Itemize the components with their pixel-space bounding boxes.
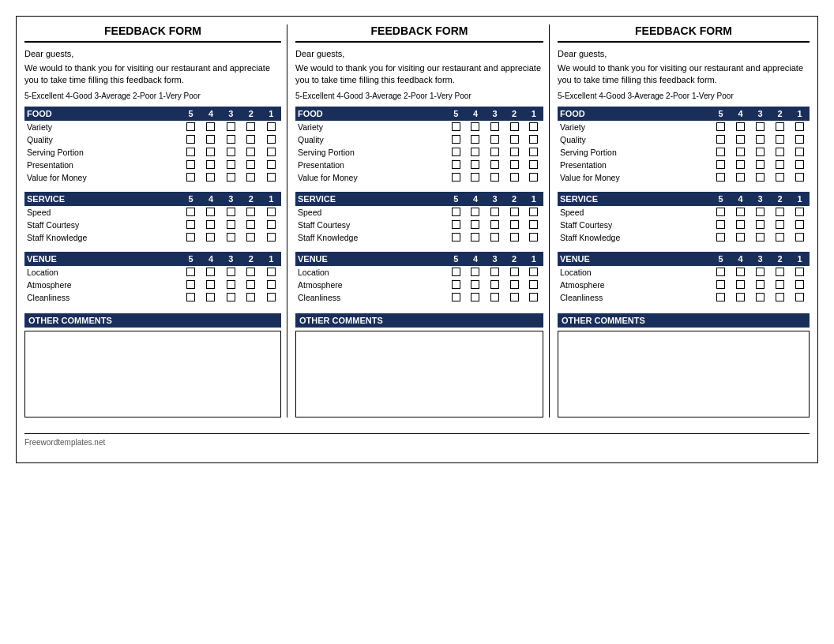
checkbox-cell[interactable] bbox=[524, 146, 543, 159]
checkbox[interactable] bbox=[490, 208, 499, 216]
checkbox-cell[interactable] bbox=[731, 266, 750, 279]
checkbox[interactable] bbox=[246, 268, 255, 276]
checkbox[interactable] bbox=[246, 233, 255, 242]
checkbox-cell[interactable] bbox=[221, 219, 241, 231]
checkbox[interactable] bbox=[246, 148, 255, 156]
checkbox-cell[interactable] bbox=[770, 206, 790, 219]
checkbox[interactable] bbox=[471, 122, 479, 131]
checkbox[interactable] bbox=[716, 293, 725, 301]
checkbox-cell[interactable] bbox=[181, 146, 201, 159]
checkbox-cell[interactable] bbox=[711, 133, 731, 146]
checkbox-cell[interactable] bbox=[505, 266, 524, 279]
checkbox[interactable] bbox=[510, 220, 519, 229]
checkbox-cell[interactable] bbox=[485, 231, 505, 244]
checkbox[interactable] bbox=[186, 160, 195, 169]
checkbox-cell[interactable] bbox=[485, 266, 505, 279]
checkbox-cell[interactable] bbox=[181, 266, 201, 279]
checkbox-cell[interactable] bbox=[261, 266, 282, 279]
checkbox[interactable] bbox=[227, 148, 235, 156]
checkbox-cell[interactable] bbox=[485, 291, 505, 304]
checkbox-cell[interactable] bbox=[711, 121, 731, 133]
checkbox[interactable] bbox=[529, 148, 538, 156]
checkbox[interactable] bbox=[471, 233, 479, 242]
checkbox-cell[interactable] bbox=[181, 291, 201, 304]
checkbox[interactable] bbox=[206, 122, 215, 131]
checkbox[interactable] bbox=[756, 173, 764, 182]
checkbox[interactable] bbox=[227, 160, 235, 169]
checkbox[interactable] bbox=[716, 160, 725, 169]
checkbox[interactable] bbox=[736, 268, 745, 276]
checkbox-cell[interactable] bbox=[241, 133, 261, 146]
checkbox[interactable] bbox=[716, 148, 725, 156]
checkbox-cell[interactable] bbox=[446, 133, 466, 146]
checkbox[interactable] bbox=[471, 208, 479, 216]
checkbox[interactable] bbox=[736, 173, 745, 182]
checkbox[interactable] bbox=[246, 122, 255, 131]
checkbox[interactable] bbox=[736, 148, 745, 156]
checkbox-cell[interactable] bbox=[770, 219, 790, 231]
checkbox[interactable] bbox=[776, 280, 784, 289]
checkbox[interactable] bbox=[206, 233, 215, 242]
checkbox[interactable] bbox=[490, 173, 499, 182]
checkbox[interactable] bbox=[510, 208, 519, 216]
checkbox[interactable] bbox=[452, 135, 460, 144]
checkbox[interactable] bbox=[795, 268, 804, 276]
checkbox-cell[interactable] bbox=[731, 206, 750, 219]
checkbox-cell[interactable] bbox=[446, 266, 466, 279]
checkbox[interactable] bbox=[452, 160, 460, 169]
checkbox-cell[interactable] bbox=[466, 133, 486, 146]
checkbox[interactable] bbox=[471, 220, 479, 229]
checkbox[interactable] bbox=[206, 135, 215, 144]
checkbox-cell[interactable] bbox=[505, 171, 524, 184]
checkbox-cell[interactable] bbox=[221, 146, 241, 159]
checkbox-cell[interactable] bbox=[505, 291, 524, 304]
checkbox-cell[interactable] bbox=[524, 206, 543, 219]
checkbox[interactable] bbox=[756, 135, 764, 144]
checkbox-cell[interactable] bbox=[750, 159, 770, 171]
checkbox[interactable] bbox=[186, 268, 195, 276]
checkbox-cell[interactable] bbox=[790, 219, 810, 231]
checkbox[interactable] bbox=[227, 220, 235, 229]
checkbox[interactable] bbox=[795, 280, 804, 289]
checkbox[interactable] bbox=[756, 280, 764, 289]
checkbox[interactable] bbox=[186, 280, 195, 289]
checkbox-cell[interactable] bbox=[221, 121, 241, 133]
checkbox[interactable] bbox=[510, 293, 519, 301]
checkbox[interactable] bbox=[452, 268, 460, 276]
checkbox-cell[interactable] bbox=[711, 146, 731, 159]
checkbox[interactable] bbox=[716, 220, 725, 229]
checkbox-cell[interactable] bbox=[221, 291, 241, 304]
checkbox-cell[interactable] bbox=[711, 171, 731, 184]
checkbox[interactable] bbox=[510, 148, 519, 156]
checkbox[interactable] bbox=[795, 160, 804, 169]
checkbox-cell[interactable] bbox=[711, 291, 731, 304]
checkbox-cell[interactable] bbox=[446, 279, 466, 291]
checkbox-cell[interactable] bbox=[466, 121, 486, 133]
checkbox[interactable] bbox=[471, 160, 479, 169]
checkbox[interactable] bbox=[716, 233, 725, 242]
checkbox-cell[interactable] bbox=[181, 219, 201, 231]
checkbox-cell[interactable] bbox=[241, 146, 261, 159]
checkbox[interactable] bbox=[716, 135, 725, 144]
checkbox[interactable] bbox=[490, 148, 499, 156]
checkbox-cell[interactable] bbox=[221, 133, 241, 146]
checkbox[interactable] bbox=[227, 173, 235, 182]
checkbox[interactable] bbox=[186, 208, 195, 216]
checkbox-cell[interactable] bbox=[524, 219, 543, 231]
checkbox-cell[interactable] bbox=[466, 279, 486, 291]
checkbox-cell[interactable] bbox=[466, 231, 486, 244]
checkbox-cell[interactable] bbox=[770, 291, 790, 304]
checkbox-cell[interactable] bbox=[261, 171, 282, 184]
checkbox-cell[interactable] bbox=[261, 146, 282, 159]
checkbox[interactable] bbox=[776, 208, 784, 216]
checkbox-cell[interactable] bbox=[446, 121, 466, 133]
checkbox[interactable] bbox=[795, 173, 804, 182]
checkbox[interactable] bbox=[267, 135, 276, 144]
checkbox[interactable] bbox=[186, 122, 195, 131]
checkbox[interactable] bbox=[510, 173, 519, 182]
checkbox[interactable] bbox=[756, 268, 764, 276]
checkbox-cell[interactable] bbox=[446, 146, 466, 159]
checkbox[interactable] bbox=[716, 280, 725, 289]
checkbox-cell[interactable] bbox=[446, 231, 466, 244]
checkbox[interactable] bbox=[736, 220, 745, 229]
